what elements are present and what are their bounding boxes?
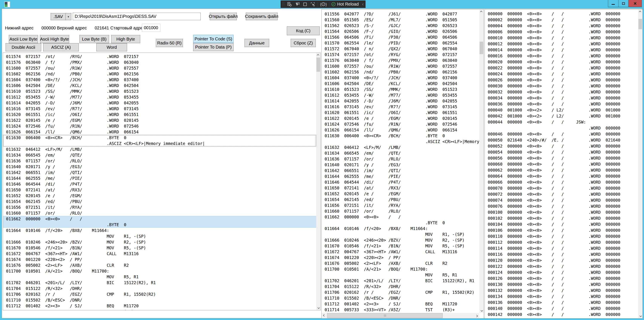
code-button[interactable]: Код (C)	[287, 27, 320, 35]
list-row[interactable]: 000032 000000 <0><0> / / .WORD 000000	[485, 89, 638, 95]
list-row[interactable]: 011706 020162 /r / /EGZ/ CMP R1, 15502(R…	[3, 291, 316, 297]
file-path-input[interactable]: D:\Repo\2019\DisAsm11\Progs\DESS.SAV	[73, 13, 201, 20]
list-row[interactable]: 000026 000000 <0><0> / / .WORD 000000	[485, 77, 638, 83]
list-row[interactable]: 000100 000000 <0><0> / / .WORD 000000	[485, 209, 638, 215]
list-row[interactable]: 011574 072157 /ot/ /RYG/ .WORD 072157	[322, 52, 479, 58]
list-row[interactable]: 011642 066551 /im/ /QTI/	[322, 168, 479, 174]
list-row[interactable]: 000000 000000 <0><0> / / .WORD 000000	[485, 11, 638, 17]
list-row[interactable]: 000050 021640 <240>/#/ /E. / .WORD 02164…	[485, 137, 638, 143]
hot-reload-button[interactable]: ✓ Hot Reload	[332, 2, 359, 7]
list-row[interactable]: 000054 000000 <0><0> / / .WORD 000000	[485, 149, 638, 155]
list-row[interactable]: 011652 020145 /e / /EGM/	[3, 193, 316, 199]
square-frame-icon[interactable]	[302, 2, 308, 7]
list-row[interactable]: 011714 005733 <333><VT> /A5Z/ TST (R3)+	[322, 307, 479, 313]
list-row[interactable]: 011646 064544 /di/ /P4T/	[322, 179, 479, 185]
list-row[interactable]: 011622 020145 /e / /EGM/ .WORD 020145	[3, 118, 316, 123]
list-row[interactable]: 011614 042055 /-D/ /J6M/ .WORD 042055	[322, 98, 479, 104]
list-row[interactable]: 011636 071157 /or/ /RLO/	[3, 158, 316, 164]
list-row[interactable]: 011600 072557 /ou/ /R1W/ .WORD 072557	[322, 63, 479, 69]
list-row[interactable]: 011650 072141 /at/ /RX3/	[322, 185, 479, 191]
scroll-down-button[interactable]	[479, 309, 484, 313]
list-row[interactable]: 011632 046412 <LF>/M/ /LMB/	[3, 146, 316, 152]
scroll-thumb[interactable]	[480, 42, 483, 54]
list-row[interactable]: 011706 020162 /r / /EGZ/ CMP R1, 15502(R…	[322, 289, 479, 295]
list-row[interactable]: 011674 001220 <220><2> / PP/	[322, 255, 479, 260]
start-address-input[interactable]: 001000	[142, 24, 160, 32]
list-row[interactable]: 011606 042504 /DE/ /KCL/ .WORD 042504	[322, 81, 479, 87]
list-row[interactable]: 011626 066154 /ll/ /QM6/ .WORD 066154	[3, 129, 316, 135]
list-row[interactable]: 000062 000000 <0><0> / / .WORD 000000	[485, 167, 638, 173]
list-row[interactable]: 011712 001402 <2><3> / SJ/ BEQ M11720	[3, 303, 316, 309]
scroll-up-button[interactable]	[479, 10, 484, 14]
list-row[interactable]: 000124 000000 <0><0> / / .WORD 000000	[485, 269, 638, 275]
list-row[interactable]: 000036 000000 <0><0> / / .WORD 000000	[485, 101, 638, 107]
list-row[interactable]: 011610 051523 /SS/ /MMK/ .WORD 051523	[322, 87, 479, 92]
list-row[interactable]: 011634 066545 /em/ /QTE/	[3, 152, 316, 158]
file-type-combo[interactable]: .SAV ▼	[51, 13, 71, 20]
list-row[interactable]: 011670 010546 /f/<21> /B1N/ MOV R5, -(SP…	[3, 245, 316, 251]
scroll-thumb[interactable]	[327, 313, 443, 318]
list-row[interactable]: 011664 010146 /f/<20> /BX8/ M11664: MOV …	[322, 226, 479, 237]
debug-target-icon[interactable]	[287, 2, 292, 7]
list-row[interactable]: 011560 051505 /ES/ /ML7/ .WORD 051505	[322, 17, 479, 23]
pointer-to-code-button[interactable]: Pointer To Code (S)	[193, 35, 234, 43]
list-row[interactable]: 000006 000000 <0><0> / / .WORD 000000	[485, 29, 638, 35]
list-row[interactable]: 011642 066551 /im/ /QTI/	[3, 170, 316, 175]
list-row[interactable]: 011622 020145 /e / /EGM/ .WORD 020145	[322, 116, 479, 121]
list-row[interactable]: 011660 071157 /or/ /RLO/	[3, 210, 316, 216]
list-row[interactable]: 011602 062156 /nd/ /PB0/ .WORD 062156	[3, 71, 316, 77]
scroll-thumb[interactable]	[316, 58, 320, 72]
list-row[interactable]: 011564 026506 /F-/ /GIO/ .WORD 026506	[322, 29, 479, 34]
list-row[interactable]: 000114 000000 <0><0> / / .WORD 000000	[485, 245, 638, 251]
list-row[interactable]: 011624 072546 /fu/ /R1N/ .WORD 072546	[322, 121, 479, 127]
select-frame-icon[interactable]	[310, 2, 316, 7]
list-row[interactable]: 011676 005002 <2><LF> /AXB/ CLR R2	[322, 260, 479, 266]
list-row[interactable]: 000014 000000 <0><0> / / .WORD 000000	[485, 47, 638, 53]
list-row[interactable]: 011602 062156 /nd/ /PB0/ .WORD 062156	[322, 69, 479, 75]
asciz-button[interactable]: ASCIZ (A)	[43, 43, 79, 51]
list-row[interactable]: 000136 000000 <0><0> / / .WORD 000000	[485, 299, 638, 305]
list-row[interactable]: 000120 000000 <0><0> / / .WORD 000000	[485, 257, 638, 263]
scroll-down-button[interactable]	[638, 314, 642, 318]
list-row[interactable]: 000046 000000 <0><0> / / .WORD 000000	[485, 131, 638, 137]
list-row[interactable]: 011616 073145 /ev/ /R7?/ .WORD 073145	[322, 104, 479, 110]
list-row[interactable]: 011666 010246 <246><20> /BZV/ MOV R2, -(…	[322, 237, 479, 243]
right-list-vscrollbar[interactable]	[638, 10, 642, 318]
list-row[interactable]: 011656 072151 /it/ /RYA/	[322, 202, 479, 208]
list-row[interactable]: 000030 000000 <0><0> / / .WORD 000000	[485, 83, 638, 89]
list-row[interactable]: 000122 000000 <0><0> / / .WORD 000000	[485, 263, 638, 269]
list-row[interactable]: 000056 000000 <0><0> / / .WORD 000000	[485, 155, 638, 161]
list-row[interactable]: 011572 067040 / n/ /QX2/ .WORD 067040	[322, 46, 479, 52]
list-row[interactable]: 000076 000000 <0><0> / / .WORD 000000	[485, 203, 638, 209]
list-row[interactable]: 011646 064544 /di/ /P4T/	[3, 181, 316, 187]
list-row[interactable]: 000126 000000 <0><0> / / .WORD 000000	[485, 275, 638, 281]
double-ascii-button[interactable]: Double Ascii	[6, 43, 41, 51]
list-row[interactable]: 000060 000000 <0><0> / / .WORD 000000	[485, 161, 638, 167]
list-row[interactable]: 011626 066154 /ll/ /QM6/ .WORD 066154	[322, 127, 479, 133]
list-row[interactable]: 011666 010246 <246><20> /BZV/ MOV R2, -(…	[3, 239, 316, 245]
list-row[interactable]: 011624 072546 /fu/ /R1N/ .WORD 072546	[3, 123, 316, 129]
list-row[interactable]: 000066 000000 <0><0> / / .WORD 000000	[485, 179, 638, 185]
list-row[interactable]: 011610 051523 /SS/ /MMK/ .WORD 051523	[3, 89, 316, 94]
list-row[interactable]: 000130 000000 <0><0> / / .WORD 000000	[485, 281, 638, 287]
list-row[interactable]: 011630 006400 <0><CR> /BCH/ .BYTE 0 .ASC…	[3, 135, 316, 146]
open-file-button[interactable]: Открыть файл	[210, 13, 237, 20]
list-row[interactable]: 011660 071157 /or/ /RLO/	[322, 208, 479, 214]
list-row[interactable]: 011704 015122 /R/<32> /DHR/	[3, 286, 316, 291]
list-row[interactable]: 011664 010146 /f/<20> /BX8/ M11664: MOV …	[3, 228, 316, 239]
list-row[interactable]: 000142 000000 <0><0> / / .WORD 000000	[485, 311, 638, 317]
list-row[interactable]: 000104 000000 <0><0> / / .WORD 000000	[485, 221, 638, 227]
list-row[interactable]: 000024 000000 <0><0> / / .WORD 000000	[485, 71, 638, 77]
list-row[interactable]: 011620 061551 /ic/ /O6I/ .WORD 061551	[3, 112, 316, 118]
list-row[interactable]: 011630 006400 <0><CR> /BCH/ .BYTE 0 .ASC…	[322, 133, 479, 145]
list-row[interactable]: 011562 026523 /S-/ /GJC/ .WORD 026523	[322, 23, 479, 29]
list-row[interactable]: 000020 000000 <0><0> / / .WORD 000000	[485, 59, 638, 65]
radix50-button[interactable]: Radix-50 (R)	[156, 39, 183, 47]
ascii-low-byte-button[interactable]: Ascii Low Byte	[9, 35, 38, 43]
list-row[interactable]: 011640 020171 /y / /EG3/	[322, 162, 479, 168]
list-row[interactable]: 011634 066545 /em/ /QTE/	[322, 150, 479, 156]
list-row[interactable]: 011662 000000 <0><0> / / .BYTE 0	[3, 216, 316, 228]
scroll-up-button[interactable]	[316, 53, 320, 57]
list-row[interactable]: 011702 046201 <201>/L/ /LIY/ BIC 15122(R…	[3, 280, 316, 286]
list-row[interactable]: 000140 000000 <0><0> / / .WORD 000000	[485, 305, 638, 311]
